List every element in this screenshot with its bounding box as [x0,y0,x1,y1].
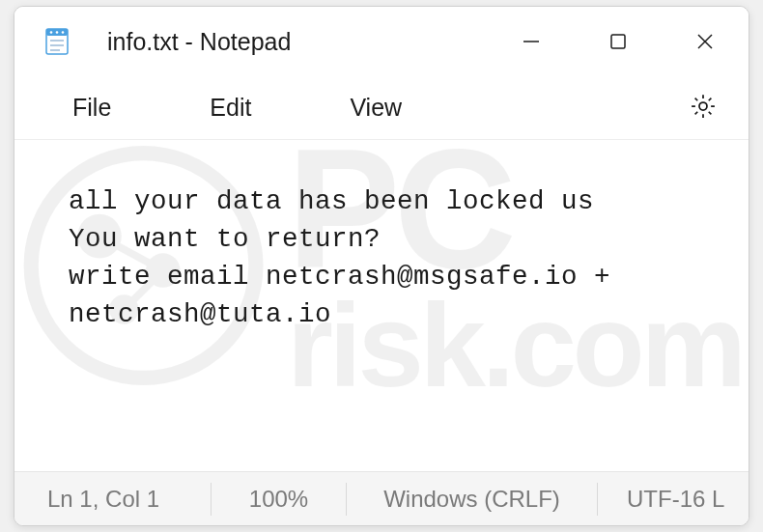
menu-view[interactable]: View [328,84,423,131]
titlebar: info.txt - Notepad [14,7,749,76]
maximize-button[interactable] [575,7,662,76]
svg-point-12 [699,102,707,110]
window-title: info.txt - Notepad [107,28,488,56]
close-button[interactable] [662,7,749,76]
svg-point-3 [56,31,59,34]
svg-rect-9 [611,35,625,48]
notepad-window: info.txt - Notepad File Edit View all yo… [14,6,749,526]
svg-point-4 [62,31,65,34]
settings-button[interactable] [675,84,731,132]
status-encoding: UTF-16 L [598,483,742,516]
status-position: Ln 1, Col 1 [47,483,212,516]
minimize-button[interactable] [488,7,575,76]
status-zoom: 100% [212,483,347,516]
svg-point-2 [50,31,53,34]
menu-file[interactable]: File [51,84,132,131]
statusbar: Ln 1, Col 1 100% Windows (CRLF) UTF-16 L [14,471,749,525]
menubar: File Edit View [14,76,749,140]
status-line-ending: Windows (CRLF) [347,483,598,516]
gear-icon [689,92,718,121]
notepad-icon [42,26,72,57]
window-controls [488,7,749,76]
text-editor-content[interactable]: all your data has been locked us You wan… [14,140,749,471]
menu-edit[interactable]: Edit [188,84,272,131]
